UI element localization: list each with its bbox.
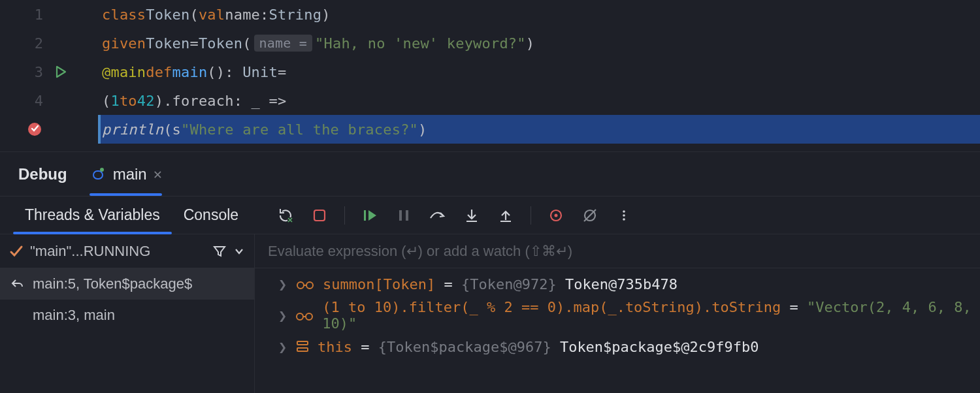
line-number: 3 <box>0 64 50 80</box>
tab-threads-variables[interactable]: Threads & Variables <box>13 196 172 234</box>
breakpoint-icon[interactable] <box>24 121 46 138</box>
debug-title: Debug <box>18 165 67 183</box>
chevron-down-icon[interactable] <box>233 245 245 257</box>
code-line: @main def main(): Unit = <box>98 57 980 86</box>
step-into-icon[interactable] <box>463 206 481 225</box>
stop-icon[interactable] <box>310 206 329 225</box>
svg-point-16 <box>297 282 304 289</box>
close-icon[interactable]: ✕ <box>154 166 162 182</box>
debug-toolbar: Threads & Variables Console <box>0 196 980 234</box>
line-number: 4 <box>0 93 50 109</box>
svg-rect-21 <box>297 348 308 351</box>
tab-console[interactable]: Console <box>172 196 250 234</box>
chevron-right-icon: ❯ <box>278 339 287 355</box>
debug-content: "main"...RUNNING main:5, Token$package$ … <box>0 234 980 393</box>
step-out-icon[interactable] <box>497 206 515 225</box>
svg-point-14 <box>623 214 625 217</box>
stack-frame[interactable]: main:3, main <box>0 300 254 331</box>
mute-breakpoints-icon[interactable] <box>581 206 599 225</box>
code-line: given Token = Token(name ="Hah, no 'new'… <box>98 29 980 57</box>
chevron-right-icon: ❯ <box>278 276 287 292</box>
glasses-icon <box>295 309 314 322</box>
struct-icon <box>295 339 310 354</box>
variable-row[interactable]: ❯ this = {Token$package$@967} Token$pack… <box>255 331 980 362</box>
svg-rect-20 <box>297 341 308 345</box>
undo-icon <box>10 277 25 291</box>
step-over-icon[interactable] <box>429 206 447 225</box>
run-gutter-icon[interactable] <box>50 65 72 78</box>
gutter: 1 2 3 4 <box>0 0 98 151</box>
frames-panel: "main"...RUNNING main:5, Token$package$ … <box>0 234 255 393</box>
svg-rect-7 <box>406 210 408 221</box>
code-line-current: println(s"Where are all the braces?") <box>98 115 980 144</box>
filter-icon[interactable] <box>212 244 227 259</box>
debug-session-tab[interactable]: main ✕ <box>90 152 162 196</box>
chevron-right-icon: ❯ <box>278 307 287 324</box>
svg-rect-8 <box>466 221 477 222</box>
check-icon <box>9 244 24 259</box>
svg-rect-4 <box>314 210 325 221</box>
code-area[interactable]: class Token(val name: String) given Toke… <box>98 0 980 151</box>
more-icon[interactable] <box>615 206 633 225</box>
svg-point-2 <box>100 168 104 172</box>
variables-panel: Evaluate expression (↵) or add a watch (… <box>255 234 980 393</box>
glasses-icon <box>295 277 315 291</box>
stack-frame-label: main:3, main <box>33 307 115 324</box>
rerun-icon[interactable] <box>276 206 295 225</box>
svg-rect-1 <box>93 171 103 179</box>
line-number: 2 <box>0 35 50 52</box>
variable-row[interactable]: ❯ summon[Token] = {Token@972} Token@735b… <box>255 268 980 300</box>
svg-point-11 <box>555 213 558 217</box>
bug-icon <box>90 166 106 183</box>
svg-point-19 <box>306 313 312 320</box>
debug-tool-window-header: Debug main ✕ <box>0 151 980 196</box>
inlay-hint: name = <box>254 35 312 52</box>
pause-icon[interactable] <box>395 206 413 225</box>
code-line: class Token(val name: String) <box>98 0 980 29</box>
thread-status-text: "main"...RUNNING <box>30 243 150 260</box>
svg-rect-6 <box>399 210 402 221</box>
code-line: (1 to 42).foreach: _ => <box>98 86 980 115</box>
line-number: 1 <box>0 7 50 23</box>
svg-rect-9 <box>500 221 511 222</box>
svg-rect-5 <box>364 210 366 221</box>
view-breakpoints-icon[interactable] <box>547 206 565 225</box>
stack-frame[interactable]: main:5, Token$package$ <box>0 268 254 300</box>
evaluate-expression-input[interactable]: Evaluate expression (↵) or add a watch (… <box>255 234 980 268</box>
svg-point-17 <box>306 282 313 289</box>
variable-row[interactable]: ❯ (1 to 10).filter(_ % 2 == 0).map(_.toS… <box>255 300 980 331</box>
svg-point-15 <box>623 218 625 221</box>
debug-session-label: main <box>113 165 147 183</box>
stack-frame-label: main:5, Token$package$ <box>33 275 192 292</box>
svg-point-18 <box>297 313 303 320</box>
resume-icon[interactable] <box>361 206 379 225</box>
code-editor: 1 2 3 4 class Token(val name: String) gi… <box>0 0 980 151</box>
svg-point-13 <box>623 210 625 213</box>
thread-status-row[interactable]: "main"...RUNNING <box>0 234 254 268</box>
